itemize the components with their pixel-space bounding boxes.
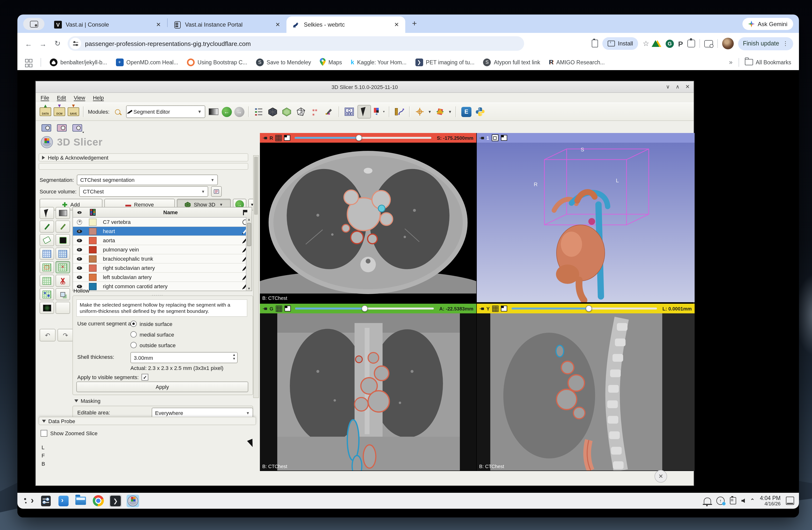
segment-color-swatch[interactable] bbox=[89, 237, 97, 244]
effect-grow-from-seeds-button[interactable] bbox=[40, 248, 54, 260]
radio-inside-surface[interactable]: inside surface bbox=[130, 321, 172, 327]
ask-gemini-button[interactable]: Ask Gemini bbox=[742, 18, 793, 30]
tab-instance-portal[interactable]: Vast.ai Instance Portal ✕ bbox=[168, 16, 287, 33]
slice-intersections-button[interactable] bbox=[434, 106, 446, 117]
spin-up-icon[interactable]: ▲ bbox=[232, 353, 236, 357]
address-bar[interactable]: passenger-profession-representations-gig… bbox=[68, 36, 524, 51]
minimize-button[interactable]: ∨ bbox=[666, 84, 670, 90]
radio-outside-surface[interactable]: outside surface bbox=[130, 342, 176, 348]
segment-row[interactable]: right subclavian artery bbox=[73, 264, 252, 273]
slice-visibility-icon[interactable] bbox=[492, 305, 498, 312]
effect-fill-between-slices-button[interactable] bbox=[56, 248, 70, 260]
drive-extension-icon[interactable] bbox=[654, 40, 661, 47]
intersections-dropdown-caret[interactable]: ▼ bbox=[448, 110, 452, 114]
pin-icon[interactable] bbox=[480, 306, 484, 311]
apply-button[interactable]: Apply bbox=[76, 381, 248, 392]
crosshair-button[interactable] bbox=[414, 106, 425, 117]
site-info-button[interactable] bbox=[70, 38, 81, 49]
p-extension-icon[interactable]: P bbox=[678, 39, 683, 47]
app-launcher-button[interactable] bbox=[22, 494, 35, 507]
radio-medial-surface[interactable]: medial surface bbox=[130, 331, 174, 337]
effect-erase-button[interactable] bbox=[40, 234, 54, 246]
volume-options-button[interactable] bbox=[211, 186, 222, 197]
yellow-slice-image[interactable]: B: CTChest bbox=[477, 313, 695, 471]
effect-blank-button[interactable] bbox=[56, 302, 70, 314]
bookmark-item[interactable]: ❯PET imaging of tu... bbox=[415, 58, 475, 66]
chrome-taskbar-button[interactable] bbox=[92, 494, 104, 507]
show-zoomed-slice-row[interactable]: Show Zoomed Slice bbox=[41, 430, 98, 437]
dicom-button[interactable]: ▼DCM bbox=[54, 106, 65, 117]
apps-grid-icon[interactable] bbox=[25, 59, 32, 66]
visibility-off-icon[interactable] bbox=[76, 219, 82, 225]
segment-row[interactable]: brachiocephalic trunk bbox=[73, 254, 252, 264]
view-menu-icon[interactable] bbox=[501, 135, 507, 141]
segment-row-selected[interactable]: heart bbox=[73, 227, 252, 236]
bookmark-item[interactable]: RAMIGO Research... bbox=[549, 58, 605, 66]
visibility-on-icon[interactable] bbox=[76, 229, 82, 233]
segment-color-swatch[interactable] bbox=[89, 274, 97, 281]
bookmark-item[interactable]: Using Bootstrap C... bbox=[187, 58, 247, 66]
pin-icon[interactable] bbox=[480, 136, 484, 140]
module-search-icon[interactable] bbox=[112, 106, 124, 117]
clipboard-icon[interactable] bbox=[592, 40, 598, 47]
view-menu-icon[interactable] bbox=[501, 306, 507, 311]
file-manager-button[interactable] bbox=[74, 494, 87, 507]
show-zoomed-checkbox[interactable] bbox=[41, 430, 47, 437]
tab-search-magnifier-icon[interactable] bbox=[704, 40, 713, 47]
profile-avatar[interactable] bbox=[722, 38, 734, 49]
segment-color-swatch[interactable] bbox=[89, 255, 97, 262]
clipboard-tray-icon[interactable] bbox=[730, 497, 736, 504]
module-back-button[interactable]: ← bbox=[221, 107, 232, 117]
python-console-button[interactable] bbox=[475, 106, 486, 117]
tab-close-icon[interactable]: ✕ bbox=[393, 21, 401, 28]
updates-icon[interactable]: ↑ bbox=[716, 497, 725, 505]
yellow-slice-slider[interactable] bbox=[511, 308, 657, 309]
terminal-taskbar-button[interactable]: ❯ bbox=[109, 494, 122, 507]
green-slice-slider[interactable] bbox=[295, 308, 434, 309]
load-data-button[interactable]: ▲DATA bbox=[40, 106, 51, 117]
window-level-button[interactable]: ▾ bbox=[373, 106, 385, 117]
segment-row[interactable]: right common carotid artery bbox=[73, 282, 252, 291]
help-acknowledgement-section[interactable]: Help & Acknowledgement bbox=[39, 153, 248, 162]
crosshair-dropdown-caret[interactable]: ▼ bbox=[428, 110, 432, 114]
measurements-icon[interactable] bbox=[393, 106, 405, 117]
slicer-title-bar[interactable]: 3D Slicer 5.10.0-2025-11-10 ∨ ∧ ✕ bbox=[36, 81, 694, 93]
annotations-icon[interactable] bbox=[323, 106, 334, 117]
back-button[interactable]: ← bbox=[22, 37, 35, 50]
scene-view-restore-button[interactable]: ▾ bbox=[72, 122, 83, 134]
segment-table-scrollbar[interactable]: ▲ ▼ bbox=[246, 217, 252, 291]
segment-color-swatch[interactable] bbox=[89, 227, 97, 235]
visibility-on-icon[interactable] bbox=[76, 239, 82, 242]
show-desktop-button[interactable] bbox=[786, 497, 794, 505]
new-tab-button[interactable]: + bbox=[412, 19, 417, 29]
tab-vast-console[interactable]: V Vast.ai | Console ✕ bbox=[48, 16, 167, 33]
data-probe-section-header[interactable]: Data Probe bbox=[39, 417, 256, 425]
scene-view-button[interactable] bbox=[56, 122, 68, 134]
bookmark-item[interactable]: SSave to Mendeley bbox=[256, 58, 311, 66]
segmentation-combobox[interactable]: CTChest segmentation▼ bbox=[77, 175, 218, 185]
redo-button[interactable]: ↷ bbox=[57, 329, 73, 341]
bookmark-item[interactable]: kKaggle: Your Hom... bbox=[351, 58, 406, 66]
segment-color-swatch[interactable] bbox=[89, 264, 97, 271]
discover-store-button[interactable] bbox=[57, 494, 70, 507]
view-menu-icon[interactable] bbox=[285, 306, 291, 311]
layout-selector-button[interactable] bbox=[343, 106, 355, 117]
reload-button[interactable]: ↻ bbox=[51, 37, 64, 50]
menu-help[interactable]: Help bbox=[93, 95, 104, 101]
effect-scissors-button[interactable] bbox=[56, 275, 70, 287]
effect-paint-button[interactable] bbox=[40, 221, 54, 233]
name-column-header[interactable]: Name bbox=[100, 209, 238, 215]
menu-edit[interactable]: Edit bbox=[57, 95, 66, 101]
effect-margin-button[interactable] bbox=[40, 261, 54, 273]
chrome-menu-icon[interactable]: ⋮ bbox=[783, 40, 788, 47]
effect-smoothing-button[interactable] bbox=[40, 275, 54, 287]
view-menu-icon[interactable] bbox=[284, 135, 290, 141]
mesh-icon[interactable] bbox=[295, 106, 306, 117]
finish-update-button[interactable]: Finish update ⋮ bbox=[738, 37, 793, 50]
bookmark-item[interactable]: SAtypon full text link bbox=[483, 58, 540, 66]
segment-color-swatch[interactable] bbox=[89, 246, 97, 253]
undo-button[interactable]: ↶ bbox=[40, 329, 56, 341]
slice-visibility-icon[interactable] bbox=[276, 305, 282, 312]
bookmark-star-icon[interactable]: ☆ bbox=[643, 39, 649, 48]
effect-draw-button[interactable] bbox=[56, 221, 70, 233]
